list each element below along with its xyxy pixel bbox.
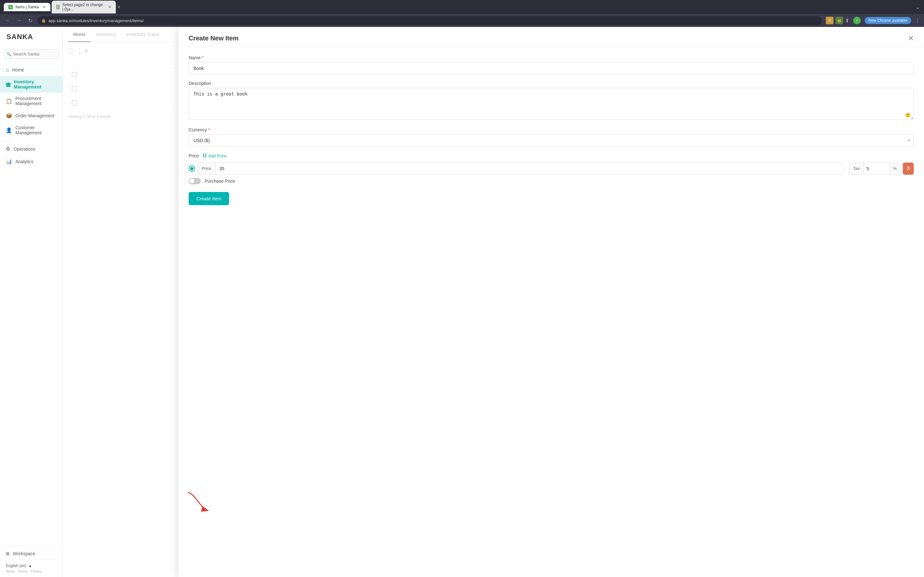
browser-tab-bar: S Items | Sanka ✕ ○ Select page2 to chan… [0,0,924,14]
description-label: Description [189,81,914,86]
tabs-container: S Items | Sanka ✕ ○ Select page2 to chan… [4,1,913,13]
tab-django[interactable]: ○ Select page2 to change | Dja... ✕ [52,1,116,13]
price-field-label: Price [198,163,216,174]
modal-body: Name * Description This is a great book … [178,47,924,577]
description-textarea[interactable]: This is a great book [189,88,914,120]
ext-icon-1[interactable]: S [826,17,834,24]
back-button[interactable]: ← [4,16,11,25]
emoji-icon[interactable]: 🙂 [905,113,911,118]
tab-items-sanka[interactable]: S Items | Sanka ✕ [4,3,50,11]
share-icon[interactable]: ⬆ [845,18,849,24]
tab-favicon-1: S [8,5,13,9]
tax-group: Tax % [849,163,900,175]
tab-favicon-2: ○ [56,5,60,9]
create-item-modal: Create New Item ✕ Name * Description Thi… [178,27,924,577]
add-price-icon: U [203,153,207,159]
toggle-knob [189,179,194,184]
address-bar[interactable]: 🔒 app.sanka.io/modules/inventorymanageme… [37,16,822,25]
description-field-group: Description This is a great book 🙂 [189,81,914,121]
currency-select-wrap: USD ($) EUR (€) GBP (£) ▾ [189,134,914,147]
currency-required-star: * [208,127,210,132]
add-price-label: Add Price [208,153,226,158]
currency-label: Currency * [189,127,914,132]
create-item-button[interactable]: Create Item [189,192,229,205]
modal-header: Create New Item ✕ [178,27,924,47]
chrome-update-badge[interactable]: New Chrome available [865,17,911,24]
price-section: Price U Add Price Price [189,153,914,184]
ext-icon-2[interactable]: 🐸 [835,17,843,24]
modal-close-button[interactable]: ✕ [908,35,914,42]
modal-backdrop: Create New Item ✕ Name * Description Thi… [0,27,924,577]
profile-icon[interactable]: I [853,17,861,24]
price-label: Price [189,153,199,158]
price-input[interactable] [216,163,844,174]
price-header: Price U Add Price [189,153,914,159]
price-input-group: Price [198,163,844,175]
price-radio-inner [190,167,194,170]
purchase-price-row: Purchase Price [189,178,914,184]
remove-price-button[interactable]: X [903,163,914,175]
url-text: app.sanka.io/modules/inventorymanagement… [48,18,144,23]
description-textarea-wrap: This is a great book 🙂 [189,88,914,121]
tab-close-1[interactable]: ✕ [43,5,46,9]
modal-title: Create New Item [189,35,239,42]
reload-button[interactable]: ↻ [27,16,34,25]
currency-field-group: Currency * USD ($) EUR (€) GBP (£) ▾ [189,127,914,147]
tab-close-2[interactable]: ✕ [108,5,111,9]
app-layout: SANKA 🔍 ⌂ Home ▦ Inventory Management 📋 … [0,27,924,577]
tab-label-2: Select page2 to change | Dja... [62,3,104,11]
currency-select[interactable]: USD ($) EUR (€) GBP (£) [189,134,914,147]
name-field-group: Name * [189,55,914,74]
name-label: Name * [189,55,914,60]
lock-icon: 🔒 [41,19,46,23]
price-radio-button[interactable] [189,165,195,172]
tax-percent-label: % [889,163,900,174]
tabs-chevron-icon[interactable]: ⌄ [915,3,920,11]
forward-button[interactable]: → [15,16,23,25]
price-row-1: Price Tax % X [189,163,914,175]
name-required-star: * [202,55,204,60]
purchase-price-toggle[interactable] [189,178,201,184]
menu-icon[interactable]: ⋮ [915,18,920,24]
tax-input[interactable] [864,163,889,174]
extension-icons: S 🐸 ⬆ [826,17,849,24]
name-input[interactable] [189,62,914,74]
add-price-button[interactable]: U Add Price [203,153,226,159]
tab-label-1: Items | Sanka [15,5,39,9]
purchase-price-label: Purchase Price [205,179,235,184]
address-bar-row: ← → ↻ 🔒 app.sanka.io/modules/inventoryma… [0,14,924,27]
tax-field-label: Tax [849,163,864,174]
new-tab-button[interactable]: + [117,4,121,11]
